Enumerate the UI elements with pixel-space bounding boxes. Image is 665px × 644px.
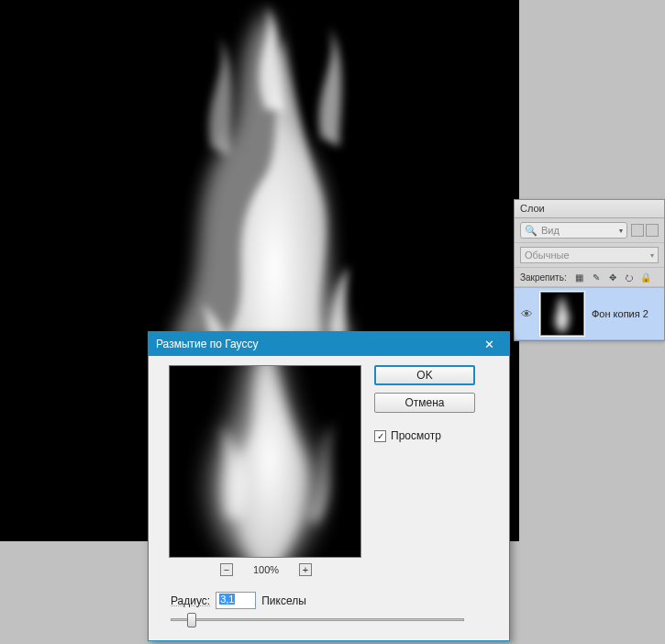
- radius-label: Радиус:: [171, 594, 210, 607]
- layer-filter-buttons: [631, 224, 659, 237]
- blend-mode-value: Обычные: [525, 250, 570, 261]
- layers-tab[interactable]: Слои: [515, 200, 664, 218]
- radius-row: Радиус: 3,1 Пикселы: [171, 592, 306, 609]
- layer-name: Фон копия 2: [592, 308, 648, 319]
- preview-checkbox-row: ✓ Просмотр: [374, 429, 475, 442]
- cancel-button[interactable]: Отмена: [374, 393, 475, 413]
- radius-input[interactable]: 3,1: [216, 592, 256, 609]
- slider-thumb[interactable]: [187, 613, 196, 627]
- layers-search-row: 🔍 Вид ▾: [515, 218, 664, 243]
- radius-units: Пикселы: [261, 594, 306, 607]
- lock-all-icon[interactable]: 🔒: [640, 272, 651, 283]
- chevron-down-icon: ▾: [650, 251, 654, 260]
- layer-filter-placeholder: Вид: [541, 225, 560, 236]
- lock-label: Закрепить:: [520, 272, 567, 283]
- layers-tab-label: Слои: [520, 203, 545, 214]
- lock-transparent-icon[interactable]: ▦: [574, 272, 585, 283]
- zoom-in-button[interactable]: +: [299, 563, 312, 576]
- preview-label: Просмотр: [391, 429, 441, 442]
- preview-checkbox[interactable]: ✓: [374, 430, 386, 442]
- lock-pixels-icon[interactable]: ✎: [591, 272, 602, 283]
- close-button[interactable]: ✕: [471, 334, 507, 354]
- zoom-out-button[interactable]: −: [220, 563, 233, 576]
- zoom-level: 100%: [253, 564, 279, 575]
- radius-value: 3,1: [219, 594, 235, 605]
- visibility-icon[interactable]: 👁: [520, 307, 533, 321]
- cancel-label: Отмена: [405, 396, 444, 409]
- preview-box[interactable]: [169, 365, 361, 558]
- zoom-controls: − 100% +: [169, 563, 363, 576]
- filter-adjust-icon[interactable]: [646, 224, 659, 237]
- blend-mode-row: Обычные ▾: [515, 243, 664, 268]
- slider-track: [171, 618, 464, 621]
- close-icon: ✕: [484, 338, 494, 351]
- lock-position-icon[interactable]: ✥: [607, 272, 618, 283]
- layers-panel: Слои 🔍 Вид ▾ Обычные ▾ Закрепить: ▦ ✎ ✥ …: [514, 199, 665, 341]
- layer-thumbnail[interactable]: [540, 292, 584, 336]
- radius-slider[interactable]: [171, 613, 464, 626]
- dialog-title: Размытие по Гауссу: [156, 338, 258, 350]
- search-icon: 🔍: [525, 225, 538, 237]
- ok-label: OK: [416, 369, 432, 382]
- filter-pixel-icon[interactable]: [631, 224, 644, 237]
- gaussian-blur-dialog: Размытие по Гауссу ✕: [148, 331, 510, 641]
- dialog-titlebar[interactable]: Размытие по Гауссу ✕: [149, 332, 509, 356]
- lock-artboard-icon[interactable]: ⭮: [624, 272, 635, 283]
- ok-button[interactable]: OK: [374, 365, 475, 385]
- chevron-down-icon: ▾: [619, 227, 623, 235]
- layer-filter-dropdown[interactable]: 🔍 Вид ▾: [520, 222, 627, 239]
- blend-mode-dropdown[interactable]: Обычные ▾: [520, 247, 659, 263]
- layer-item[interactable]: 👁 Фон копия 2: [515, 287, 664, 340]
- lock-row: Закрепить: ▦ ✎ ✥ ⭮ 🔒: [515, 268, 664, 287]
